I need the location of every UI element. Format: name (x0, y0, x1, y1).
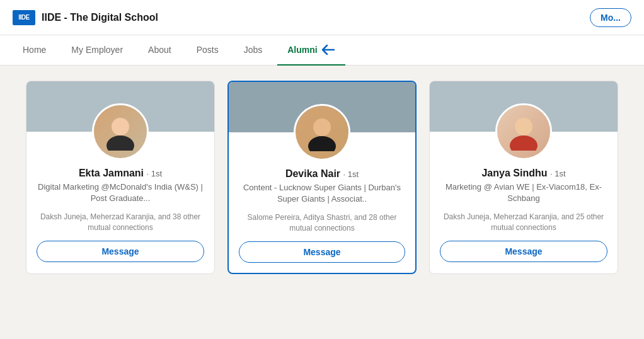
logo-area: IIDE IIDE - The Digital School (13, 10, 158, 25)
nav-alumni[interactable]: Alumni (277, 35, 345, 66)
mutual-2: Daksh Juneja, Meherzad Karanjia, and 25 … (440, 212, 607, 233)
nav-home[interactable]: Home (13, 35, 56, 66)
alumni-card-1: Devika Nair · 1st Content - Lucknow Supe… (227, 81, 417, 274)
top-bar: IIDE IIDE - The Digital School Mo... (0, 0, 644, 35)
company-name: IIDE - The Digital School (42, 12, 158, 23)
message-button-1[interactable]: Message (239, 241, 405, 263)
nav-jobs[interactable]: Jobs (234, 35, 273, 66)
message-button-0[interactable]: Message (37, 241, 204, 262)
alumni-list: Ekta Jamnani · 1st Digital Marketing @Mc… (0, 66, 644, 289)
person-title-2: Marketing @ Avian WE | Ex-Viacom18, Ex-S… (440, 181, 607, 204)
person-name-2: Janya Sindhu · 1st (440, 168, 607, 179)
person-name-0: Ekta Jamnani · 1st (37, 168, 204, 179)
card-body-0: Ekta Jamnani · 1st Digital Marketing @Mc… (26, 160, 214, 272)
alumni-card-0: Ekta Jamnani · 1st Digital Marketing @Mc… (26, 81, 215, 274)
avatar-2 (495, 103, 552, 160)
alumni-arrow-icon (321, 44, 335, 55)
svg-point-5 (510, 135, 538, 151)
company-logo: IIDE (13, 10, 35, 25)
nav-about[interactable]: About (138, 35, 181, 66)
mutual-0: Daksh Juneja, Meherzad Karanjia, and 38 … (37, 212, 204, 233)
more-button[interactable]: Mo... (590, 8, 631, 27)
nav-my-employer[interactable]: My Employer (61, 35, 133, 66)
svg-point-3 (308, 136, 336, 151)
nav-posts[interactable]: Posts (187, 35, 229, 66)
person-title-0: Digital Marketing @McDonald's India (W&S… (37, 181, 204, 204)
logo-text: IIDE (18, 14, 29, 21)
mutual-1: Salome Pereira, Aditya Shastri, and 28 o… (239, 212, 405, 234)
avatar-0 (92, 103, 149, 160)
svg-point-2 (313, 118, 331, 136)
nav-bar: Home My Employer About Posts Jobs Alumni (0, 35, 644, 66)
card-body-2: Janya Sindhu · 1st Marketing @ Avian WE … (430, 160, 618, 272)
card-body-1: Devika Nair · 1st Content - Lucknow Supe… (229, 161, 415, 273)
alumni-card-2: Janya Sindhu · 1st Marketing @ Avian WE … (429, 81, 618, 274)
svg-point-1 (106, 135, 134, 151)
person-title-1: Content - Lucknow Super Giants | Durban'… (239, 182, 405, 205)
svg-point-4 (515, 118, 532, 135)
svg-point-0 (112, 118, 129, 135)
person-name-1: Devika Nair · 1st (239, 168, 405, 180)
avatar-1 (294, 104, 350, 161)
message-button-2[interactable]: Message (440, 241, 607, 262)
